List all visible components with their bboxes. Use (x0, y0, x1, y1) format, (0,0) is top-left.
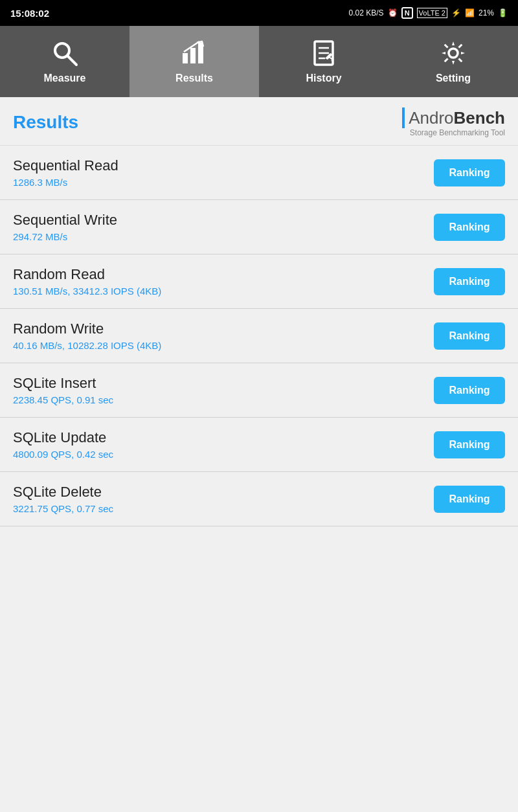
setting-icon (439, 39, 467, 67)
ranking-button-3[interactable]: Ranking (434, 322, 505, 350)
status-right: 0.02 KB/S ⏰ N VoLTE 2 ⚡ 📶 21% 🔋 (349, 7, 508, 19)
benchmark-list: Sequential Read 1286.3 MB/s Ranking Sequ… (0, 146, 518, 526)
table-row: Sequential Read 1286.3 MB/s Ranking (0, 146, 518, 200)
benchmark-value: 2238.45 QPS, 0.91 sec (13, 394, 434, 405)
benchmark-info: SQLite Insert 2238.45 QPS, 0.91 sec (13, 375, 434, 405)
benchmark-value: 1286.3 MB/s (13, 177, 434, 188)
benchmark-name: Random Read (13, 266, 434, 283)
results-title: Results (13, 112, 78, 133)
tab-results-label: Results (175, 73, 213, 84)
nfc-icon: N (401, 7, 413, 19)
bluetooth-icon: ⚡ (451, 8, 461, 17)
ranking-button-1[interactable]: Ranking (434, 214, 505, 241)
benchmark-name: SQLite Insert (13, 375, 434, 392)
benchmark-value: 294.72 MB/s (13, 231, 434, 242)
benchmark-info: SQLite Update 4800.09 QPS, 0.42 sec (13, 429, 434, 460)
brand-logo: AndroBench Storage Benchmarking Tool (402, 107, 505, 137)
tab-history-label: History (306, 73, 341, 84)
benchmark-value: 40.16 MB/s, 10282.28 IOPS (4KB) (13, 340, 434, 351)
brand-subtitle: Storage Benchmarking Tool (410, 128, 505, 137)
measure-icon (51, 39, 79, 67)
svg-rect-2 (183, 53, 188, 63)
benchmark-info: Sequential Write 294.72 MB/s (13, 212, 434, 242)
volte-icon: VoLTE 2 (417, 8, 447, 18)
table-row: Random Read 130.51 MB/s, 33412.3 IOPS (4… (0, 254, 518, 309)
benchmark-value: 4800.09 QPS, 0.42 sec (13, 449, 434, 460)
status-time: 15:08:02 (10, 8, 49, 19)
ranking-button-0[interactable]: Ranking (434, 159, 505, 186)
table-row: SQLite Delete 3221.75 QPS, 0.77 sec Rank… (0, 472, 518, 526)
benchmark-name: SQLite Update (13, 429, 434, 446)
alarm-icon: ⏰ (388, 8, 398, 17)
benchmark-info: Sequential Read 1286.3 MB/s (13, 157, 434, 188)
battery-icon: 🔋 (498, 8, 508, 17)
history-icon (310, 39, 338, 67)
benchmark-name: Sequential Read (13, 157, 434, 174)
results-header: Results AndroBench Storage Benchmarking … (0, 97, 518, 146)
table-row: SQLite Update 4800.09 QPS, 0.42 sec Rank… (0, 418, 518, 472)
svg-rect-3 (190, 48, 196, 63)
main-content: Results AndroBench Storage Benchmarking … (0, 97, 518, 812)
svg-point-9 (449, 49, 458, 58)
table-row: Random Write 40.16 MB/s, 10282.28 IOPS (… (0, 309, 518, 363)
ranking-button-4[interactable]: Ranking (434, 377, 505, 404)
tab-history[interactable]: History (259, 26, 388, 97)
table-row: Sequential Write 294.72 MB/s Ranking (0, 200, 518, 254)
nav-tabs: Measure Results History (0, 26, 518, 97)
benchmark-name: SQLite Delete (13, 484, 434, 501)
benchmark-info: Random Write 40.16 MB/s, 10282.28 IOPS (… (13, 321, 434, 351)
brand-bar-line (402, 107, 405, 128)
tab-measure-label: Measure (44, 73, 86, 84)
ranking-button-2[interactable]: Ranking (434, 268, 505, 295)
tab-setting-label: Setting (436, 73, 471, 84)
benchmark-value: 130.51 MB/s, 33412.3 IOPS (4KB) (13, 286, 434, 297)
ranking-button-5[interactable]: Ranking (434, 431, 505, 458)
benchmark-value: 3221.75 QPS, 0.77 sec (13, 503, 434, 514)
tab-results[interactable]: Results (130, 26, 259, 97)
tab-measure[interactable]: Measure (0, 26, 130, 97)
data-speed: 0.02 KB/S (349, 8, 384, 17)
svg-line-1 (67, 56, 76, 65)
signal-icon: 📶 (465, 8, 475, 17)
battery-text: 21% (479, 8, 494, 17)
benchmark-name: Random Write (13, 321, 434, 337)
benchmark-info: Random Read 130.51 MB/s, 33412.3 IOPS (4… (13, 266, 434, 297)
benchmark-info: SQLite Delete 3221.75 QPS, 0.77 sec (13, 484, 434, 514)
tab-setting[interactable]: Setting (388, 26, 518, 97)
results-icon (180, 39, 208, 67)
brand-bar: AndroBench (402, 107, 505, 128)
table-row: SQLite Insert 2238.45 QPS, 0.91 sec Rank… (0, 363, 518, 418)
brand-name: AndroBench (409, 109, 505, 126)
benchmark-name: Sequential Write (13, 212, 434, 229)
status-bar: 15:08:02 0.02 KB/S ⏰ N VoLTE 2 ⚡ 📶 21% 🔋 (0, 0, 518, 26)
ranking-button-6[interactable]: Ranking (434, 486, 505, 513)
brand-name-bold: Bench (454, 108, 505, 128)
